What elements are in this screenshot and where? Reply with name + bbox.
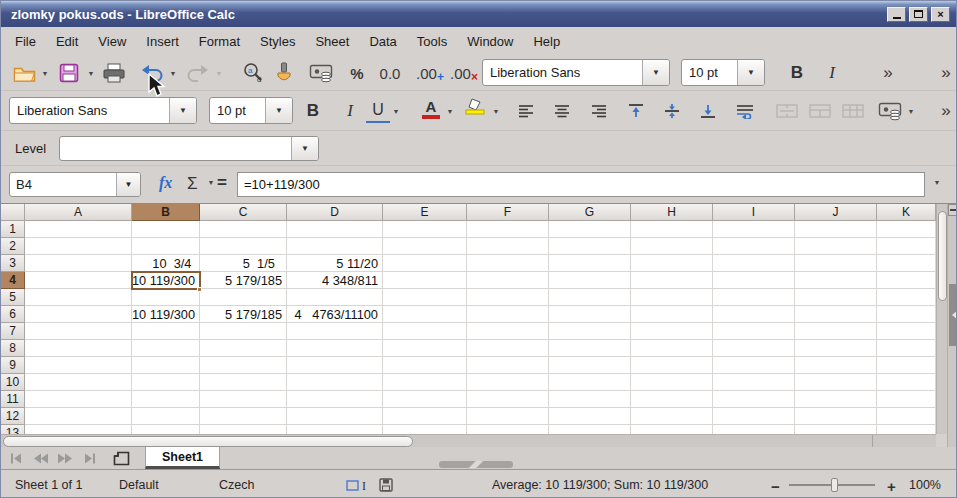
cell-B1[interactable]	[132, 221, 200, 238]
font-name-dropdown[interactable]: ▼	[642, 60, 669, 85]
cell-I7[interactable]	[713, 323, 795, 340]
cell-C10[interactable]	[200, 374, 287, 391]
cell-E5[interactable]	[383, 289, 467, 306]
align-right-button[interactable]	[586, 97, 612, 125]
cell-F10[interactable]	[467, 374, 549, 391]
cell-E3[interactable]	[383, 255, 467, 272]
cell-A9[interactable]	[25, 357, 132, 374]
cell-J7[interactable]	[795, 323, 877, 340]
cell-K4[interactable]	[877, 272, 936, 289]
cell-B9[interactable]	[132, 357, 200, 374]
zoom-in-button[interactable]: +	[887, 478, 896, 495]
insert-mode-status[interactable]: I	[346, 479, 370, 495]
cell-I5[interactable]	[713, 289, 795, 306]
cell-F7[interactable]	[467, 323, 549, 340]
cell-D1[interactable]	[287, 221, 383, 238]
close-button[interactable]: ×	[931, 7, 950, 22]
cell-J5[interactable]	[795, 289, 877, 306]
cell-H9[interactable]	[631, 357, 713, 374]
cell-J4[interactable]	[795, 272, 877, 289]
cell-E6[interactable]	[383, 306, 467, 323]
cell-K10[interactable]	[877, 374, 936, 391]
cell-F8[interactable]	[467, 340, 549, 357]
cell-D8[interactable]	[287, 340, 383, 357]
cell-E12[interactable]	[383, 408, 467, 425]
cell-J8[interactable]	[795, 340, 877, 357]
font-size-dropdown[interactable]: ▼	[265, 98, 292, 123]
cell-J3[interactable]	[795, 255, 877, 272]
cell-C6[interactable]: 5 179/185	[200, 306, 287, 323]
column-header-J[interactable]: J	[795, 204, 877, 221]
fill-handle[interactable]	[197, 287, 202, 292]
sheet-position-status[interactable]: Sheet 1 of 1	[15, 478, 82, 492]
underline-button[interactable]: U	[366, 99, 390, 123]
format-currency-button-2[interactable]	[877, 97, 905, 125]
cell-B3[interactable]: 10 3/4	[132, 255, 200, 272]
document-modified-status[interactable]	[379, 478, 393, 495]
cell-A12[interactable]	[25, 408, 132, 425]
cell-H2[interactable]	[631, 238, 713, 255]
toolbar-options-button[interactable]: »	[933, 59, 957, 87]
minimize-button[interactable]	[887, 7, 906, 22]
cell-H12[interactable]	[631, 408, 713, 425]
cell-K6[interactable]	[877, 306, 936, 323]
cell-G5[interactable]	[549, 289, 631, 306]
cell-J9[interactable]	[795, 357, 877, 374]
zoom-out-button[interactable]: −	[771, 478, 780, 495]
cell-D5[interactable]	[287, 289, 383, 306]
cell-G3[interactable]	[549, 255, 631, 272]
row-header-6[interactable]: 6	[1, 306, 25, 323]
font-color-button[interactable]: A	[418, 99, 444, 119]
zoom-slider-thumb[interactable]	[831, 478, 838, 492]
font-color-dropdown[interactable]: ▼	[444, 97, 456, 125]
tab-area-resize-handle[interactable]	[439, 461, 513, 468]
sum-button[interactable]: Σ	[187, 174, 198, 194]
cell-D13[interactable]	[287, 425, 383, 434]
cell-D11[interactable]	[287, 391, 383, 408]
cell-K11[interactable]	[877, 391, 936, 408]
cell-C9[interactable]	[200, 357, 287, 374]
cell-D9[interactable]	[287, 357, 383, 374]
cell-F12[interactable]	[467, 408, 549, 425]
format-number-button[interactable]: 0.0	[375, 59, 405, 87]
cell-A6[interactable]	[25, 306, 132, 323]
row-header-8[interactable]: 8	[1, 340, 25, 357]
cell-C7[interactable]	[200, 323, 287, 340]
level-combo[interactable]: ▼	[59, 136, 319, 161]
language-status[interactable]: Czech	[219, 478, 254, 492]
row-header-9[interactable]: 9	[1, 357, 25, 374]
cell-B11[interactable]	[132, 391, 200, 408]
cell-K3[interactable]	[877, 255, 936, 272]
cell-A1[interactable]	[25, 221, 132, 238]
row-header-4[interactable]: 4	[1, 272, 25, 289]
format-percent-button[interactable]: %	[345, 59, 369, 87]
cell-I11[interactable]	[713, 391, 795, 408]
row-header-11[interactable]: 11	[1, 391, 25, 408]
menu-file[interactable]: File	[5, 34, 46, 49]
cell-D7[interactable]	[287, 323, 383, 340]
italic-button-2[interactable]: I	[338, 97, 362, 125]
horizontal-scrollbar[interactable]	[1, 434, 936, 447]
cell-I1[interactable]	[713, 221, 795, 238]
cell-F2[interactable]	[467, 238, 549, 255]
spreadsheet-grid[interactable]: ABCDEFGHIJK12310 3/4 5 1/5 5 11/20410 11…	[1, 204, 936, 434]
cell-A3[interactable]	[25, 255, 132, 272]
select-all-corner[interactable]	[1, 204, 25, 221]
cell-D10[interactable]	[287, 374, 383, 391]
menu-tools[interactable]: Tools	[407, 34, 457, 49]
print-button[interactable]	[101, 59, 127, 87]
name-box-dropdown[interactable]: ▼	[116, 173, 140, 196]
cell-A2[interactable]	[25, 238, 132, 255]
cell-J13[interactable]	[795, 425, 877, 434]
cell-F3[interactable]	[467, 255, 549, 272]
menu-data[interactable]: Data	[359, 34, 406, 49]
open-dropdown[interactable]: ▼	[39, 59, 51, 87]
page-style-status[interactable]: Default	[119, 478, 159, 492]
cell-K13[interactable]	[877, 425, 936, 434]
menu-view[interactable]: View	[88, 34, 136, 49]
cell-F4[interactable]	[467, 272, 549, 289]
cell-C5[interactable]	[200, 289, 287, 306]
add-decimal-button[interactable]: .00 +	[415, 59, 445, 87]
cell-B6[interactable]: 10 119/300	[132, 306, 200, 323]
cell-F1[interactable]	[467, 221, 549, 238]
